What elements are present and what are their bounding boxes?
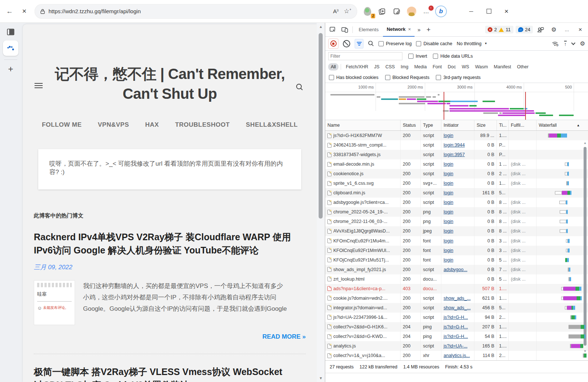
- column-header-initiator[interactable]: Initiator: [441, 120, 474, 130]
- page-scrollbar[interactable]: ▲ ▼: [317, 23, 325, 382]
- device-toolbar-icon[interactable]: [339, 25, 350, 35]
- request-row[interactable]: integrator.js?domain=wd...200scriptshow_…: [325, 303, 588, 313]
- initiator-link[interactable]: login: [444, 209, 453, 215]
- filter-pill-manifest[interactable]: Manifest: [491, 63, 514, 71]
- request-row[interactable]: KFOlCnqEu92Fr1MmWUl...200fontlogin0 B3 .…: [325, 246, 588, 255]
- record-network-log-icon[interactable]: [328, 39, 338, 49]
- new-tab-button[interactable]: +: [4, 64, 17, 75]
- initiator-link[interactable]: login: [444, 200, 453, 205]
- filter-pill-css[interactable]: CSS: [383, 63, 398, 71]
- invert-checkbox[interactable]: Invert: [408, 54, 427, 59]
- initiator-link[interactable]: js?id=G-H...: [444, 324, 468, 329]
- close-tab-icon[interactable]: ×: [408, 26, 411, 32]
- errors-warnings-badge[interactable]: × 2 11: [485, 26, 513, 33]
- collections-icon[interactable]: [376, 5, 389, 18]
- nav-item-troubleshoot[interactable]: TROUBLESHOOT: [175, 121, 230, 129]
- initiator-link[interactable]: login: [444, 181, 453, 186]
- request-row[interactable]: collect?v=1&_v=j100&a...200xhranalytics.…: [325, 351, 588, 360]
- post-title-2[interactable]: 极简一键脚本 搭V2Ray梯子 VLESS Vmess协议 WebSocket过…: [34, 365, 291, 382]
- bing-chat-icon[interactable]: b: [434, 5, 448, 18]
- minimize-button[interactable]: ─: [463, 5, 479, 18]
- initiator-link[interactable]: show_ads_...: [444, 296, 471, 301]
- request-row[interactable]: show_ads_impl_fy2021.js200scriptadsbygoo…: [325, 265, 588, 274]
- scroll-down-icon[interactable]: ▼: [317, 376, 325, 380]
- nav-item-follow-me[interactable]: FOLLOW ME: [42, 121, 82, 129]
- read-aloud-icon[interactable]: A)): [333, 8, 338, 14]
- initiator-link[interactable]: login: [444, 162, 453, 167]
- request-row[interactable]: sprite_v1_6.css.svg200svg+...login0 B1..…: [325, 179, 588, 188]
- request-row[interactable]: 240624135-strm_compil...scriptlogin:3944…: [325, 140, 588, 150]
- initiator-link[interactable]: login: [444, 219, 453, 224]
- hide-data-urls-checkbox[interactable]: Hide data URLs: [433, 54, 473, 59]
- profile-avatar[interactable]: [405, 5, 418, 18]
- initiator-link[interactable]: login: [444, 190, 453, 195]
- stop-icon[interactable]: ×: [18, 5, 31, 18]
- nav-item-shell-xshell[interactable]: SHELL&XSHELL: [246, 121, 298, 129]
- request-row[interactable]: collect?v=2&tid=G-KWD...204pingjs?id=G-H…: [325, 332, 588, 341]
- request-row[interactable]: clipboard.min.js200scriptlogin161 B5...: [325, 188, 588, 198]
- filter-pill-ws[interactable]: WS: [459, 63, 472, 71]
- nav-item-vpn-vps[interactable]: VPN&VPS: [98, 121, 129, 129]
- initiator-link[interactable]: js?id=G-H...: [444, 334, 468, 339]
- request-row[interactable]: zrt_lookup.html200docu...0 B5 ...(disk .…: [325, 274, 588, 284]
- column-header-size[interactable]: Size: [474, 120, 497, 130]
- request-row[interactable]: collect?v=2&tid=G-H1K6...204pingjs?id=G-…: [325, 322, 588, 332]
- import-har-icon[interactable]: ↑: [564, 41, 567, 46]
- network-search-icon[interactable]: [368, 40, 374, 47]
- post-thumbnail[interactable]: 哇塞 ☺未能发布评论,: [34, 280, 75, 325]
- column-header-waterfall[interactable]: Waterfall▲: [537, 120, 588, 130]
- request-row[interactable]: KFOjCnqEu92Fr1Mu51Tj...200fontlogin0 B5 …: [325, 255, 588, 265]
- throttling-select[interactable]: No throttling▼: [457, 41, 487, 46]
- nav-item-hax[interactable]: HAX: [145, 121, 159, 129]
- tab-actions-icon[interactable]: [4, 26, 17, 37]
- close-devtools-icon[interactable]: ×: [575, 25, 586, 35]
- initiator-link[interactable]: analytics.js...: [444, 353, 470, 358]
- filter-pill-js[interactable]: JS: [372, 63, 382, 71]
- network-overview-timeline[interactable]: 1000 ms2000 ms3000 ms4000 ms500: [325, 83, 588, 120]
- address-bar[interactable]: https://wdn2.tzzhu.gq/filemgr/api/login …: [35, 4, 357, 19]
- request-row[interactable]: 3381873457-widgets.jsscriptlogin:39570 B…: [325, 150, 588, 159]
- request-row[interactable]: js?id=G-H1K62FMM7W200scriptlogin89.9 ...…: [325, 131, 588, 140]
- tab-elements[interactable]: Elements: [355, 23, 382, 36]
- column-header-fulfil[interactable]: Fulfil...: [509, 120, 537, 130]
- -rd-party-requests-checkbox[interactable]: 3rd-party requests: [436, 75, 480, 80]
- initiator-link[interactable]: login: [444, 171, 453, 176]
- url-text[interactable]: https://wdn2.tzzhu.gq/filemgr/api/login: [49, 8, 329, 14]
- network-conditions-icon[interactable]: ⚙: [552, 41, 559, 47]
- initiator-link[interactable]: js?id=G-H...: [444, 315, 468, 320]
- network-settings-icon[interactable]: ⚙: [580, 40, 585, 47]
- column-header-ti[interactable]: Ti...: [497, 120, 509, 130]
- active-tab-favicon[interactable]: [3, 40, 18, 56]
- extension-icon[interactable]: 2: [361, 5, 374, 18]
- issues-badge[interactable]: ─ 24: [516, 26, 533, 33]
- page-search-icon[interactable]: [295, 83, 304, 91]
- add-tab-icon[interactable]: +: [423, 26, 433, 34]
- close-window-button[interactable]: ×: [498, 5, 514, 18]
- post-title-1[interactable]: Racknerd IPv4单栈VPS V2Ray梯子 装Cloudflare W…: [34, 230, 291, 257]
- initiator-link[interactable]: login: [444, 257, 453, 263]
- preserve-log-checkbox[interactable]: Preserve log: [379, 41, 412, 46]
- maximize-button[interactable]: [481, 5, 497, 18]
- more-tabs-icon[interactable]: »: [415, 26, 423, 33]
- export-har-icon[interactable]: [571, 41, 575, 45]
- initiator-link[interactable]: login:3944: [444, 143, 465, 148]
- disable-cache-checkbox[interactable]: Disable cache: [416, 41, 452, 46]
- filter-input[interactable]: [328, 52, 402, 60]
- filter-pill-all[interactable]: All: [328, 63, 338, 71]
- has-blocked-cookies-checkbox[interactable]: Has blocked cookies: [329, 75, 379, 80]
- clear-network-log-icon[interactable]: [343, 40, 350, 47]
- favorites-star-icon[interactable]: ☆+: [344, 7, 351, 15]
- column-header-name[interactable]: Name: [325, 120, 401, 130]
- request-row[interactable]: chrome_2022-11-06_03-...200pnglogin0 B8 …: [325, 217, 588, 226]
- initiator-link[interactable]: adsbygoo...: [444, 267, 467, 272]
- initiator-link[interactable]: login: [444, 133, 453, 138]
- feedback-icon[interactable]: [535, 25, 546, 35]
- request-row[interactable]: ads?npa=1&client=ca-p...403docu...507 B1…: [325, 284, 588, 293]
- filter-pill-media[interactable]: Media: [412, 63, 429, 71]
- scroll-up-icon[interactable]: ▲: [317, 25, 325, 29]
- inspect-element-icon[interactable]: [327, 25, 338, 35]
- request-row[interactable]: email-decode.min.js200scriptlogin0 B1 ..…: [325, 159, 588, 169]
- filter-pill-fetchxhr[interactable]: Fetch/XHR: [343, 63, 371, 71]
- filter-pill-img[interactable]: Img: [398, 63, 411, 71]
- initiator-link[interactable]: login: [444, 248, 453, 253]
